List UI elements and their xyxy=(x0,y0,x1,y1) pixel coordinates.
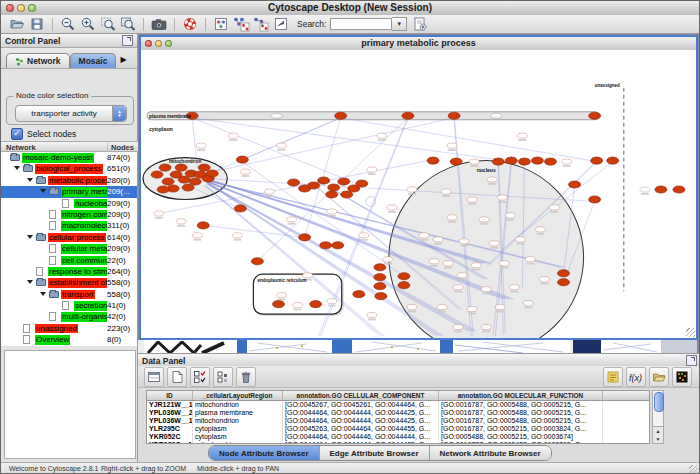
table-cell[interactable]: [GO:0045263, GO:0044464, GO:0044455, G..… xyxy=(283,425,439,433)
zoom-in-icon[interactable] xyxy=(79,16,97,33)
app-resize-grip[interactable] xyxy=(689,465,698,474)
table-cell[interactable]: YKR052C xyxy=(147,433,193,441)
network-window-titlebar[interactable]: primary metabolic process xyxy=(141,37,696,51)
tree-row[interactable]: Overview8(0) xyxy=(1,334,137,345)
tree-row[interactable]: transport558(0) xyxy=(1,289,137,300)
attribute-table-icon[interactable] xyxy=(144,367,164,387)
table-cell[interactable]: YJR121W__1 xyxy=(147,401,193,409)
table-cell[interactable]: [GO:0016787, GO:0005488, GO:0005215, G..… xyxy=(439,417,603,425)
table-cell[interactable]: [GO:0016787, GO:0005488, GO:0005215, G..… xyxy=(439,441,603,444)
tree-row[interactable]: establishment of lo558(0) xyxy=(1,277,137,288)
background-window-thumbnail[interactable] xyxy=(247,340,332,353)
tree-expand-icon[interactable] xyxy=(27,235,33,239)
tree-row[interactable]: nucleobase-contain209(0) xyxy=(1,198,137,209)
table-cell[interactable]: cytoplasm xyxy=(193,433,283,441)
snapshot-camera-icon[interactable] xyxy=(150,16,168,33)
tree-row[interactable]: mosaic-demo-yeast874(0) xyxy=(1,152,137,163)
table-cell[interactable]: mitochondrion xyxy=(193,441,283,444)
background-window-thumbnail[interactable] xyxy=(453,340,570,353)
tab-scroll-right-icon[interactable]: ▶ xyxy=(120,55,126,64)
notes-icon[interactable] xyxy=(603,367,623,387)
tree-expand-icon[interactable] xyxy=(27,280,33,284)
table-cell[interactable]: YPL036W__1 xyxy=(147,417,193,425)
tab-network[interactable]: Network xyxy=(6,53,70,68)
table-scrollbar[interactable]: ▲▼ xyxy=(652,390,664,444)
function-builder-icon[interactable]: f(x) xyxy=(626,367,646,387)
tree-row[interactable]: multi-organism pro42(0) xyxy=(1,311,137,322)
network-canvas[interactable]: plasma membranecytoplasmmitochondrionnuc… xyxy=(141,50,696,338)
app-titlebar[interactable]: Cytoscape Desktop (New Session) xyxy=(1,1,699,16)
table-cell[interactable]: YLR295C xyxy=(147,425,193,433)
tree-expand-icon[interactable] xyxy=(40,189,46,193)
table-cell[interactable]: YDR039C__1 xyxy=(147,441,193,444)
table-cell[interactable]: [GO:0044464, GO:0044446, GO:0044444, G..… xyxy=(283,433,439,441)
tree-expand-icon[interactable] xyxy=(40,292,46,296)
layout-b-icon[interactable] xyxy=(252,16,270,33)
select-attributes-icon[interactable] xyxy=(190,367,210,387)
annotation-icon[interactable] xyxy=(272,16,290,33)
node-color-dropdown[interactable]: transporter activity ▲▼ xyxy=(15,105,127,122)
tab-node-attribute-browser[interactable]: Node Attribute Browser xyxy=(209,446,320,460)
table-cell[interactable]: [GO:0016787, GO:0005488, GO:0005215, G..… xyxy=(439,409,603,417)
birds-eye-view[interactable] xyxy=(4,350,136,459)
table-cell[interactable]: mitochondrion xyxy=(193,417,283,425)
tree-row[interactable]: nitrogen compound209(0) xyxy=(1,209,137,220)
background-window-thumbnail[interactable] xyxy=(144,340,237,353)
background-window-thumbnail[interactable] xyxy=(352,340,440,353)
help-lifesaver-icon[interactable] xyxy=(181,16,199,33)
float-panel-icon[interactable] xyxy=(122,35,133,46)
table-cell[interactable]: [GO:0016787, GO:0005215, GO:0003824, G..… xyxy=(439,425,603,433)
table-row[interactable]: YPL036W__2plasma membrane[GO:0044464, GO… xyxy=(147,409,649,417)
tree-row[interactable]: metabolic process280(0) xyxy=(1,175,137,186)
background-window-thumbnail[interactable] xyxy=(601,340,661,353)
scrollbar-arrows[interactable]: ▲▼ xyxy=(653,426,663,443)
table-cell[interactable]: [GO:0016787, GO:0005488, GO:0005215, G..… xyxy=(439,401,603,409)
table-cell[interactable]: [GO:0044464, GO:0044444, GO:0044425, G..… xyxy=(283,441,439,444)
table-row[interactable]: YKR052Ccytoplasm[GO:0044464, GO:0044446,… xyxy=(147,433,649,441)
vizmapper-icon[interactable] xyxy=(212,16,230,33)
save-icon[interactable] xyxy=(28,16,46,33)
tree-row[interactable]: cellular process614(0) xyxy=(1,232,137,243)
scrollbar-thumb[interactable] xyxy=(654,392,664,412)
background-window-thumbnail[interactable] xyxy=(573,340,601,353)
zoom-out-icon[interactable] xyxy=(59,16,77,33)
tree-row[interactable]: macromolecule met311(0) xyxy=(1,220,137,231)
tab-edge-attribute-browser[interactable]: Edge Attribute Browser xyxy=(320,446,430,460)
select-nodes-checkbox[interactable]: ✓ xyxy=(11,128,23,140)
tree-row[interactable]: secretion41(0) xyxy=(1,300,137,311)
tree-row[interactable]: unassigned223(0) xyxy=(1,323,137,334)
tree-row[interactable]: cell communication22(0) xyxy=(1,255,137,266)
tree-expand-icon[interactable] xyxy=(27,178,33,182)
tree-row[interactable]: response to stimulu264(0) xyxy=(1,266,137,277)
import-attributes-icon[interactable] xyxy=(649,367,669,387)
tab-mosaic[interactable]: Mosaic xyxy=(70,53,117,68)
float-panel-icon[interactable] xyxy=(686,355,697,366)
zoom-fit-icon[interactable] xyxy=(119,16,137,33)
tab-network-attribute-browser[interactable]: Network Attribute Browser xyxy=(430,446,551,460)
table-cell[interactable]: [GO:0044464, GO:0044444, GO:0044425, G..… xyxy=(283,409,439,417)
table-cell[interactable]: cytoplasm xyxy=(193,425,283,433)
zoom-selected-icon[interactable] xyxy=(99,16,117,33)
search-dropdown-button[interactable]: ▼ xyxy=(392,17,407,31)
table-row[interactable]: YJR121W__1mitochondrion[GO:0045267, GO:0… xyxy=(147,401,649,409)
table-cell[interactable]: mitochondrion xyxy=(193,401,283,409)
table-cell[interactable]: YPL036W__2 xyxy=(147,409,193,417)
layout-a-icon[interactable] xyxy=(232,16,250,33)
table-cell[interactable]: plasma membrane xyxy=(193,409,283,417)
table-cell[interactable]: [GO:0044464, GO:0044444, GO:0044425, G..… xyxy=(283,417,439,425)
tree-row[interactable]: cellular metabolic209(0) xyxy=(1,243,137,254)
table-cell[interactable]: [GO:0045267, GO:0045261, GO:0044464, G..… xyxy=(283,401,439,409)
tree-row[interactable]: biological_process651(0) xyxy=(1,163,137,174)
open-folder-icon[interactable] xyxy=(8,16,26,33)
table-row[interactable]: YLR295Ccytoplasm[GO:0045263, GO:0044464,… xyxy=(147,425,649,433)
tree-row[interactable]: primary metabolic pr209(... xyxy=(1,186,137,197)
table-row[interactable]: YPL036W__1mitochondrion[GO:0044464, GO:0… xyxy=(147,417,649,425)
table-cell[interactable]: [GO:0005488, GO:0005215, GO:0003674] xyxy=(439,433,603,441)
search-settings-icon[interactable] xyxy=(411,16,429,33)
attribute-matrix-icon[interactable] xyxy=(213,367,233,387)
heatmap-icon[interactable] xyxy=(672,367,692,387)
tree-expand-icon[interactable] xyxy=(14,166,20,170)
delete-attribute-icon[interactable] xyxy=(236,367,256,387)
new-attribute-icon[interactable] xyxy=(167,367,187,387)
table-row[interactable]: YDR039C__1mitochondrion[GO:0044464, GO:0… xyxy=(147,441,649,444)
